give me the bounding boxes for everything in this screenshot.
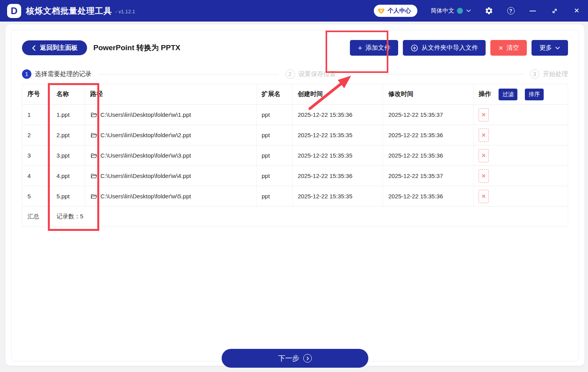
app-version: - v1.12.1 <box>115 9 135 15</box>
cell-ext: ppt <box>257 125 293 145</box>
circle-arrow-right-icon <box>303 354 312 363</box>
delete-row-button[interactable]: ✕ <box>479 108 489 122</box>
import-folder-button[interactable]: 从文件夹中导入文件 <box>403 40 486 56</box>
cell-index: 5 <box>22 186 49 207</box>
cell-path: C:\Users\lin\Desktop\folder\w\1.ppt <box>100 111 191 118</box>
add-files-label: 添加文件 <box>365 44 390 52</box>
cell-name: 2.ppt <box>49 125 85 145</box>
col-header-action: 操作 <box>479 90 491 98</box>
close-glyph: ✕ <box>574 7 579 14</box>
step-connector <box>343 74 523 74</box>
open-folder-icon[interactable] <box>90 111 97 118</box>
table-header-row: 序号 名称 路径 扩展名 创建时间 修改时间 操作 过滤 排序 <box>22 84 568 105</box>
step-3-number: 3 <box>530 69 539 79</box>
step-2-save-location: 2 设置保存位置 <box>286 69 336 79</box>
add-files-button[interactable]: + 添加文件 <box>350 40 398 56</box>
vip-heart-icon <box>378 7 385 15</box>
table-row: 4 4.ppt C:\Users\lin\Desktop\folder\w\4.… <box>22 166 568 186</box>
cell-created: 2025-12-22 15:35:35 <box>293 145 383 166</box>
cell-name: 5.ppt <box>49 186 85 207</box>
table-row: 1 1.ppt C:\Users\lin\Desktop\folder\w\1.… <box>22 105 568 125</box>
col-header-ext: 扩展名 <box>257 84 293 105</box>
summary-row: 汇总 记录数：5 <box>22 207 568 227</box>
col-header-name: 名称 <box>49 84 85 105</box>
settings-gear-icon[interactable] <box>484 7 493 15</box>
minimize-glyph: — <box>530 8 536 14</box>
content-panel: 返回到主面板 PowerPoint 转换为 PPTX + 添加文件 从文件夹中导… <box>11 30 579 361</box>
language-selector[interactable]: 简体中文 <box>431 7 471 15</box>
cell-modified: 2025-12-22 15:35:37 <box>383 166 473 186</box>
cell-index: 3 <box>22 145 49 166</box>
cell-modified: 2025-12-22 15:35:37 <box>383 105 473 125</box>
cell-created: 2025-12-22 15:35:35 <box>293 125 383 145</box>
step-connector <box>98 74 279 74</box>
cell-name: 3.ppt <box>49 145 85 166</box>
table-row: 2 2.ppt C:\Users\lin\Desktop\folder\w\2.… <box>22 125 568 145</box>
cell-created: 2025-12-22 15:35:36 <box>293 105 383 125</box>
table-row: 5 5.ppt C:\Users\lin\Desktop\folder\w\5.… <box>22 186 568 207</box>
main-card: 返回到主面板 PowerPoint 转换为 PPTX + 添加文件 从文件夹中导… <box>5 24 584 366</box>
chevron-down-icon <box>466 8 471 14</box>
cell-ext: ppt <box>257 166 293 186</box>
delete-row-button[interactable]: ✕ <box>479 149 489 162</box>
circle-plus-icon <box>411 44 418 52</box>
filter-button[interactable]: 过滤 <box>499 89 517 100</box>
open-folder-icon[interactable] <box>90 132 97 139</box>
step-3-label: 开始处理 <box>543 70 568 78</box>
clear-button[interactable]: ✕ 清空 <box>490 40 527 56</box>
help-question-glyph: ? <box>509 8 512 14</box>
cell-index: 2 <box>22 125 49 145</box>
user-center-button[interactable]: 个人中心 <box>374 5 417 17</box>
chevron-down-icon <box>555 45 560 51</box>
open-folder-icon[interactable] <box>90 193 97 200</box>
col-header-created: 创建时间 <box>293 84 383 105</box>
chevron-left-icon <box>31 45 36 51</box>
clear-x-icon: ✕ <box>498 45 503 51</box>
open-folder-icon[interactable] <box>90 172 97 180</box>
delete-row-button[interactable]: ✕ <box>479 129 489 142</box>
app-title: 核烁文档批量处理工具 <box>26 5 112 16</box>
cell-modified: 2025-12-22 15:35:36 <box>383 186 473 207</box>
step-2-label: 设置保存位置 <box>299 70 336 78</box>
app-window: { "titlebar": { "logo_letter": "D", "app… <box>0 0 588 372</box>
cell-modified: 2025-12-22 15:35:36 <box>383 145 473 166</box>
delete-row-button[interactable]: ✕ <box>479 169 489 183</box>
back-to-dashboard-button[interactable]: 返回到主面板 <box>22 40 87 55</box>
next-step-label: 下一步 <box>278 354 299 363</box>
cell-path: C:\Users\lin\Desktop\folder\w\4.ppt <box>100 172 191 179</box>
more-label: 更多 <box>539 44 552 52</box>
cell-path: C:\Users\lin\Desktop\folder\w\5.ppt <box>100 193 191 200</box>
help-icon[interactable]: ? <box>506 7 515 15</box>
user-center-label: 个人中心 <box>388 7 411 15</box>
col-header-path: 路径 <box>85 84 257 105</box>
cell-created: 2025-12-22 15:35:35 <box>293 186 383 207</box>
summary-record-count: 记录数：5 <box>49 207 568 227</box>
more-button[interactable]: 更多 <box>532 40 568 56</box>
next-step-button[interactable]: 下一步 <box>222 349 368 368</box>
step-1-select-records: 1 选择需要处理的记录 <box>22 69 91 79</box>
file-table: 序号 名称 路径 扩展名 创建时间 修改时间 操作 过滤 排序 <box>22 84 568 227</box>
cell-index: 4 <box>22 166 49 186</box>
sort-button[interactable]: 排序 <box>525 89 544 100</box>
delete-row-button[interactable]: ✕ <box>479 190 489 203</box>
table-row: 3 3.ppt C:\Users\lin\Desktop\folder\w\3.… <box>22 145 568 166</box>
toolbar: 返回到主面板 PowerPoint 转换为 PPTX + 添加文件 从文件夹中导… <box>22 40 568 56</box>
close-button[interactable]: ✕ <box>572 7 581 15</box>
step-1-label: 选择需要处理的记录 <box>35 70 91 78</box>
cell-ext: ppt <box>257 186 293 207</box>
resize-button[interactable] <box>550 7 559 15</box>
cell-modified: 2025-12-22 15:35:36 <box>383 125 473 145</box>
app-logo: D <box>7 4 21 18</box>
cell-index: 1 <box>22 105 49 125</box>
page-title: PowerPoint 转换为 PPTX <box>93 43 180 53</box>
titlebar: D 核烁文档批量处理工具 - v1.12.1 个人中心 简体中文 <box>0 0 588 22</box>
language-label: 简体中文 <box>431 7 454 15</box>
summary-label: 汇总 <box>22 207 49 227</box>
col-header-index: 序号 <box>22 84 49 105</box>
minimize-button[interactable]: — <box>528 7 537 15</box>
cell-name: 1.ppt <box>49 105 85 125</box>
open-folder-icon[interactable] <box>90 152 97 159</box>
step-1-number: 1 <box>22 69 31 79</box>
cell-path: C:\Users\lin\Desktop\folder\w\3.ppt <box>100 152 191 159</box>
step-indicator: 1 选择需要处理的记录 2 设置保存位置 3 开始处理 <box>22 69 568 79</box>
